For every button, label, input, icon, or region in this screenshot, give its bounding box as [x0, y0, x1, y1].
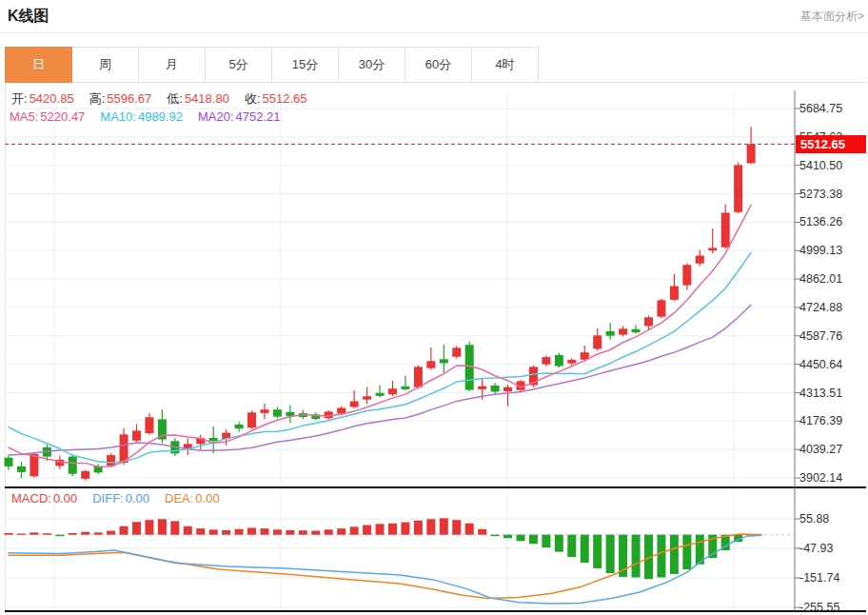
- ma20-field: MA20:4752.21: [198, 109, 281, 124]
- tab-month[interactable]: 月: [139, 47, 206, 83]
- tab-30min[interactable]: 30分: [339, 47, 405, 83]
- price-axis-label: 4313.51: [799, 387, 842, 400]
- price-axis-label: 4039.27: [799, 443, 842, 456]
- main-chart-pane[interactable]: [5, 90, 795, 487]
- macd-axis-label: -47.93: [799, 542, 833, 555]
- price-axis-label: 3902.14: [799, 471, 842, 485]
- open-value: 5420.85: [30, 91, 74, 106]
- macd-axis-label: 55.88: [799, 512, 829, 526]
- macd-axis-label: -151.74: [799, 571, 839, 585]
- dea-field: DEA:0.00: [165, 491, 220, 506]
- ma10-field: MA10:4989.92: [100, 109, 183, 124]
- tab-15min[interactable]: 15分: [272, 47, 339, 83]
- ma20-label: MA20:: [198, 109, 234, 124]
- macd-pane[interactable]: [5, 487, 795, 611]
- diff-field: DIFF:0.00: [92, 491, 149, 506]
- ma10-value: 4989.92: [138, 109, 183, 124]
- macd-row: MACD:0.00DIFF:0.00DEA:0.00: [11, 491, 235, 506]
- tab-4hour[interactable]: 4时: [472, 47, 539, 83]
- price-axis-label: 4999.13: [799, 244, 842, 257]
- tab-strip: 日周月5分15分30分60分4时: [5, 47, 539, 83]
- price-axis-label: 4587.76: [799, 329, 842, 343]
- macd-axis-label: -255.55: [799, 601, 839, 614]
- page-title: K线图: [8, 7, 49, 27]
- header-divider: [0, 32, 868, 33]
- open-field: 开:5420.85: [11, 91, 74, 106]
- open-label: 开:: [11, 91, 28, 106]
- low-value: 5418.80: [185, 91, 229, 106]
- price-axis-label: 4862.01: [799, 272, 842, 286]
- close-value: 5512.65: [263, 91, 307, 106]
- price-axis-label: 5136.26: [799, 215, 842, 228]
- close-label: 收:: [245, 91, 261, 106]
- tab-5min[interactable]: 5分: [206, 47, 272, 83]
- high-label: 高:: [89, 91, 106, 106]
- macd-field: MACD:0.00: [11, 491, 77, 506]
- tab-day[interactable]: 日: [5, 47, 72, 83]
- ma20-value: 4752.21: [236, 109, 281, 124]
- macd-label: MACD:: [11, 491, 51, 506]
- fundamental-analysis-link[interactable]: 基本面分析>: [800, 9, 864, 25]
- price-axis-label: 5273.38: [799, 188, 842, 201]
- ma-row: MA5:5220.47MA10:4989.92MA20:4752.21: [10, 109, 296, 124]
- ma5-field: MA5:5220.47: [10, 109, 85, 124]
- price-axis-label: 4176.39: [799, 414, 842, 427]
- tab-week[interactable]: 周: [72, 47, 139, 83]
- price-axis-label: 4724.88: [799, 301, 842, 314]
- ohlc-row: 开:5420.85高:5596.67低:5418.80收:5512.65: [11, 90, 323, 108]
- ma10-label: MA10:: [100, 109, 136, 124]
- price-axis-label: 5684.75: [799, 102, 842, 115]
- ma5-label: MA5:: [10, 109, 38, 124]
- price-axis-label: 5410.50: [799, 159, 842, 172]
- high-value: 5596.67: [107, 91, 151, 106]
- dea-label: DEA:: [165, 491, 193, 506]
- diff-label: DIFF:: [92, 491, 124, 506]
- price-axis-label: 4450.64: [799, 358, 842, 371]
- diff-value: 0.00: [126, 491, 149, 506]
- macd-value: 0.00: [53, 491, 77, 506]
- high-field: 高:5596.67: [89, 91, 152, 106]
- dea-value: 0.00: [195, 491, 219, 506]
- last-price-tag: 5512.65: [796, 135, 866, 153]
- low-field: 低:5418.80: [167, 91, 229, 106]
- low-label: 低:: [167, 91, 183, 106]
- tab-60min[interactable]: 60分: [405, 47, 472, 83]
- close-field: 收:5512.65: [245, 91, 307, 106]
- ma5-value: 5220.47: [40, 109, 85, 124]
- kline-widget: K线图 基本面分析> 日周月5分15分30分60分4时 开:5420.85高:5…: [0, 0, 868, 615]
